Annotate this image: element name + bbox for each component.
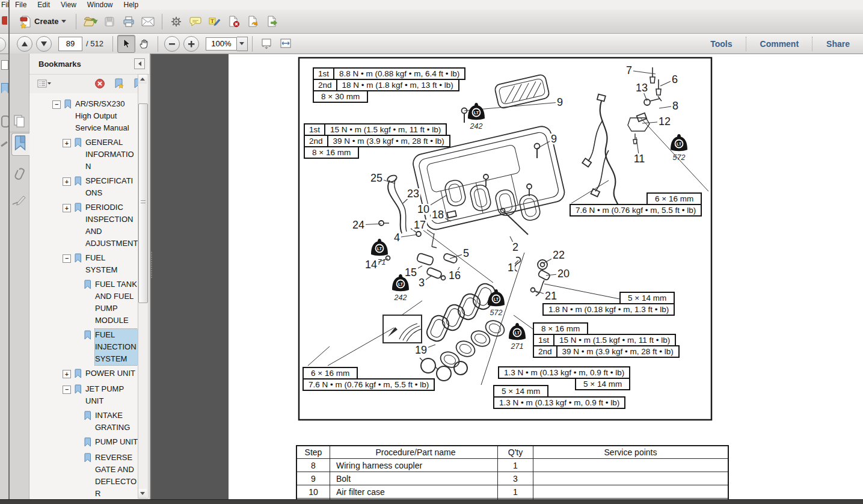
menu-edit[interactable]: Edit — [32, 0, 55, 10]
torque-value-label: 39 N • m (3.9 kgf • m, 28 ft • lb) — [328, 136, 449, 146]
zoom-level-value[interactable]: 100% — [206, 37, 237, 51]
menu-help[interactable]: Help — [118, 0, 144, 10]
svg-text:LT: LT — [398, 282, 404, 286]
settings-gear-icon — [170, 16, 182, 28]
open-file-icon — [83, 16, 97, 28]
scroll-up-button[interactable] — [138, 75, 147, 84]
convert-page-button[interactable] — [244, 13, 262, 31]
options-menu-button[interactable] — [35, 76, 54, 91]
export-page-button[interactable] — [263, 13, 281, 31]
zoom-in-button[interactable] — [183, 36, 199, 52]
bookmark-item[interactable]: INTAKE GRATING — [29, 408, 139, 435]
torque-value-label: 7.6 N • m (0.76 kgf • m, 5.5 ft • lb) — [571, 205, 701, 215]
bookmark-ribbon-icon — [83, 437, 92, 449]
part-number-label: 20 — [556, 268, 571, 279]
menu-file[interactable]: File — [10, 0, 32, 10]
delete-bookmark-button[interactable] — [91, 76, 109, 91]
new-bookmark-button[interactable] — [110, 76, 128, 91]
nav-link-share[interactable]: Share — [813, 39, 863, 49]
comment-button[interactable] — [186, 13, 204, 31]
svg-text:T: T — [211, 18, 215, 24]
bookmark-ribbon-icon — [83, 411, 92, 423]
table-cell: 1 — [498, 459, 533, 472]
bookmark-item[interactable]: +SPECIFICATIONS — [29, 174, 139, 200]
scroll-mode-button[interactable] — [257, 35, 275, 53]
bookmark-label: FUEL TANK AND FUEL PUMP MODULE — [95, 278, 139, 327]
bookmarks-scrollbar[interactable] — [138, 74, 149, 499]
nav-link-comment[interactable]: Comment — [747, 39, 812, 49]
torque-value-label: 1.8 N • m (0.18 kgf • m, 1.3 ft • lb) — [544, 304, 674, 315]
bookmark-label: GENERAL INFORMATION — [85, 137, 139, 173]
table-cell: 3 — [498, 472, 533, 485]
bookmark-ribbon-icon — [73, 138, 82, 150]
procedure-table-header: StepProcedure/Part nameQ'tyService point… — [296, 446, 728, 459]
bookmark-label: FUEL SYSTEM — [85, 252, 139, 276]
bookmark-item[interactable]: −AR/SR/SX230 High Output Service Manual — [29, 97, 139, 135]
bookmark-item[interactable]: +PERIODIC INSPECTION AND ADJUSTMENT — [29, 200, 139, 251]
settings-button[interactable] — [167, 13, 185, 31]
hand-tool-button[interactable] — [135, 35, 153, 53]
expand-plus-icon[interactable]: + — [63, 139, 71, 147]
attachments-button[interactable] — [13, 167, 27, 185]
part-number-label: 4 — [393, 232, 401, 243]
torque-stage-label: 1st — [314, 69, 334, 79]
part-number-label: 19 — [414, 345, 428, 355]
page-thumbnails-button[interactable] — [13, 114, 26, 131]
hand-tool-icon — [138, 38, 150, 50]
table-cell: 8 — [296, 459, 330, 472]
expand-plus-icon[interactable]: + — [63, 204, 71, 212]
scrollbar-thumb[interactable] — [138, 103, 148, 303]
document-view[interactable]: 7613812119925231018172441415316521222021… — [150, 54, 863, 500]
bookmark-item[interactable]: +GENERAL INFORMATION — [29, 135, 139, 174]
menu-view[interactable]: View — [55, 0, 82, 10]
nav-link-tools[interactable]: Tools — [697, 39, 745, 49]
signatures-button[interactable] — [11, 194, 28, 211]
page-up-button[interactable] — [17, 36, 32, 52]
page-down-icon — [41, 41, 47, 46]
threadlocker-number: 572 — [668, 154, 690, 162]
zoom-out-button[interactable] — [164, 36, 180, 52]
threadlocker-number: 572 — [485, 309, 508, 317]
background-window-sliver[interactable]: Fil — [0, 0, 10, 504]
highlight-button[interactable]: T — [206, 13, 224, 31]
bookmark-item[interactable]: +POWER UNIT — [29, 366, 139, 382]
collapse-panel-button[interactable] — [134, 58, 145, 69]
bookmark-item[interactable]: FUEL TANK AND FUEL PUMP MODULE — [29, 277, 139, 328]
open-file-button[interactable] — [81, 13, 99, 31]
bookmarks-button[interactable] — [14, 135, 26, 153]
lt-bell-icon: LT — [369, 238, 390, 256]
page-number-input[interactable] — [58, 37, 82, 51]
delete-page-button[interactable] — [225, 13, 243, 31]
page-down-button[interactable] — [36, 36, 52, 52]
bookmark-item[interactable]: −JET PUMP UNIT — [29, 382, 139, 408]
part-number-label: 18 — [431, 209, 445, 220]
table-cell — [533, 459, 729, 472]
select-tool-button[interactable] — [117, 35, 135, 53]
bookmark-item[interactable]: REVERSE GATE AND DEFLECTOR — [29, 450, 139, 500]
save-file-icon — [103, 16, 115, 28]
page-thumbnails-icon — [13, 114, 26, 129]
menu-window[interactable]: Window — [82, 0, 118, 10]
bookmark-item[interactable]: FUEL INJECTION SYSTEM — [29, 328, 139, 366]
expand-plus-icon[interactable]: + — [63, 177, 71, 186]
fit-width-button[interactable] — [277, 35, 295, 53]
email-button[interactable] — [139, 13, 157, 31]
print-button[interactable] — [120, 13, 138, 31]
collapse-minus-icon[interactable]: − — [63, 386, 71, 394]
create-pdf-button[interactable]: Create — [14, 13, 71, 31]
table-cell: 10 — [296, 485, 330, 499]
collapse-minus-icon[interactable]: − — [52, 100, 61, 109]
scroll-down-button[interactable] — [138, 489, 147, 498]
expand-plus-icon[interactable]: + — [63, 370, 71, 378]
collapse-minus-icon[interactable]: − — [63, 254, 71, 263]
part-number-label: 15 — [404, 267, 418, 278]
bookmark-ribbon-icon — [63, 99, 72, 111]
save-file-button[interactable] — [100, 13, 118, 31]
bookmark-label: PERIODIC INSPECTION AND ADJUSTMENT — [85, 201, 139, 250]
threadlocker-symbol: LT572 — [668, 134, 690, 162]
bookmark-item[interactable]: −FUEL SYSTEM — [29, 251, 139, 277]
bookmark-label: REVERSE GATE AND DEFLECTOR — [95, 452, 139, 500]
lt-bell-icon: LT — [669, 134, 689, 152]
zoom-dropdown-button[interactable] — [237, 37, 248, 51]
bookmark-item[interactable]: PUMP UNIT — [29, 435, 139, 450]
